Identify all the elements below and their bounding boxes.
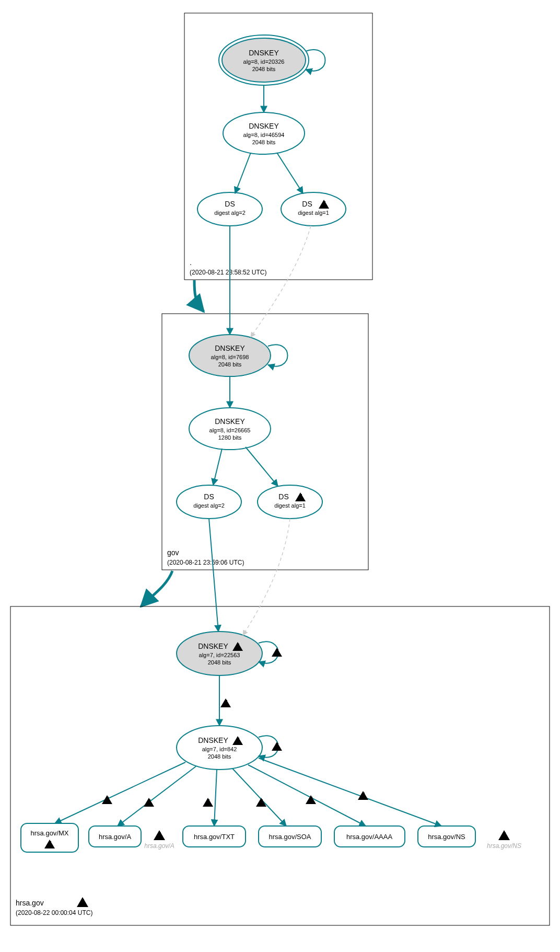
error-icon	[154, 830, 165, 840]
svg-text:alg=7, id=842: alg=7, id=842	[202, 746, 237, 752]
edge-zsk-soa	[232, 769, 286, 826]
edge-zsk-txt	[214, 770, 217, 826]
zone-gov-name: gov	[167, 548, 179, 557]
node-root-ds-1[interactable]: DS digest alg=1	[281, 192, 346, 226]
svg-text:DS: DS	[302, 200, 312, 208]
svg-text:hrsa.gov/TXT: hrsa.gov/TXT	[194, 833, 235, 841]
edge-gov-zsk-ds1	[246, 447, 278, 486]
warn-icon	[272, 742, 282, 751]
warn-icon	[220, 698, 231, 708]
svg-text:DNSKEY: DNSKEY	[198, 642, 228, 650]
svg-text:hrsa.gov/NS: hrsa.gov/NS	[428, 833, 465, 841]
svg-text:DS: DS	[278, 492, 288, 501]
svg-text:hrsa.gov/AAAA: hrsa.gov/AAAA	[346, 833, 392, 841]
svg-text:hrsa.gov/MX: hrsa.gov/MX	[31, 829, 69, 837]
rrset-txt[interactable]: hrsa.gov/TXT	[183, 826, 246, 847]
node-hrsa-zsk[interactable]: DNSKEY alg=7, id=842 2048 bits	[177, 726, 262, 770]
svg-text:1280 bits: 1280 bits	[218, 434, 242, 441]
svg-text:alg=8, id=20326: alg=8, id=20326	[243, 59, 285, 65]
svg-text:alg=8, id=26665: alg=8, id=26665	[209, 427, 251, 433]
node-root-ksk[interactable]: DNSKEY alg=8, id=20326 2048 bits	[219, 35, 309, 85]
rrset-aaaa[interactable]: hrsa.gov/AAAA	[334, 826, 405, 847]
edge-rootds1-govksk	[251, 226, 311, 337]
svg-text:alg=7, id=22563: alg=7, id=22563	[199, 652, 240, 658]
warn-icon	[102, 795, 112, 805]
svg-point-15	[281, 192, 346, 226]
svg-point-27	[177, 485, 241, 519]
rrset-mx[interactable]: hrsa.gov/MX	[21, 823, 78, 852]
node-root-ds-2[interactable]: DS digest alg=2	[197, 192, 262, 226]
svg-text:hrsa.gov/A: hrsa.gov/A	[99, 833, 131, 841]
edge-zsk-ns	[259, 758, 441, 826]
svg-text:2048 bits: 2048 bits	[208, 753, 231, 760]
nx-a[interactable]: hrsa.gov/A	[144, 830, 174, 850]
node-root-zsk[interactable]: DNSKEY alg=8, id=46594 2048 bits	[223, 112, 305, 154]
svg-text:2048 bits: 2048 bits	[252, 139, 276, 145]
node-gov-ksk[interactable]: DNSKEY alg=8, id=7698 2048 bits	[189, 335, 271, 376]
svg-text:DNSKEY: DNSKEY	[198, 736, 228, 744]
error-icon	[77, 897, 88, 907]
svg-point-12	[197, 192, 262, 226]
zone-root-name: .	[190, 258, 192, 267]
error-icon	[498, 830, 510, 840]
node-gov-ds-2[interactable]: DS digest alg=2	[177, 485, 241, 519]
warn-icon	[203, 798, 213, 807]
rrset-soa[interactable]: hrsa.gov/SOA	[259, 826, 321, 847]
svg-text:2048 bits: 2048 bits	[252, 66, 276, 72]
svg-text:hrsa.gov/NS: hrsa.gov/NS	[487, 842, 521, 850]
node-gov-zsk[interactable]: DNSKEY alg=8, id=26665 1280 bits	[189, 408, 271, 450]
edge-root-zsk-ds1	[277, 153, 303, 193]
edge-gov-zsk-ds2	[213, 449, 222, 485]
svg-text:DNSKEY: DNSKEY	[249, 122, 279, 130]
svg-text:digest alg=1: digest alg=1	[298, 210, 329, 216]
node-gov-ds-1[interactable]: DS digest alg=1	[258, 485, 322, 519]
svg-text:2048 bits: 2048 bits	[208, 659, 231, 666]
svg-text:2048 bits: 2048 bits	[218, 361, 242, 368]
svg-text:digest alg=1: digest alg=1	[274, 502, 306, 509]
svg-text:DS: DS	[204, 492, 214, 501]
node-hrsa-ksk[interactable]: DNSKEY alg=7, id=22563 2048 bits	[177, 632, 262, 675]
edge-deleg-root-gov	[194, 280, 204, 312]
svg-point-30	[258, 485, 322, 519]
zone-hrsa-ts: (2020-08-22 00:00:04 UTC)	[16, 909, 92, 916]
edge-zsk-aaaa	[248, 765, 366, 826]
svg-text:DNSKEY: DNSKEY	[215, 344, 245, 352]
zone-root-ts: (2020-08-21 23:58:52 UTC)	[190, 269, 266, 276]
svg-text:digest alg=2: digest alg=2	[193, 502, 225, 509]
zone-hrsa-name: hrsa.gov	[16, 899, 44, 907]
zone-gov-ts: (2020-08-21 23:59:06 UTC)	[167, 559, 244, 566]
warn-icon	[272, 648, 282, 657]
edge-govds1-hrsaksk	[243, 519, 290, 635]
nx-ns[interactable]: hrsa.gov/NS	[487, 830, 521, 850]
rrset-ns[interactable]: hrsa.gov/NS	[418, 826, 475, 847]
svg-text:DS: DS	[225, 200, 235, 208]
svg-text:hrsa.gov/SOA: hrsa.gov/SOA	[269, 833, 311, 841]
svg-text:alg=8, id=7698: alg=8, id=7698	[211, 354, 249, 360]
svg-text:DNSKEY: DNSKEY	[249, 49, 279, 57]
svg-text:DNSKEY: DNSKEY	[215, 417, 245, 426]
edge-root-zsk-ds2	[235, 153, 251, 193]
svg-text:digest alg=2: digest alg=2	[214, 210, 246, 216]
svg-text:hrsa.gov/A: hrsa.gov/A	[144, 842, 174, 850]
svg-text:alg=8, id=46594: alg=8, id=46594	[243, 132, 285, 138]
edge-govds2-hrsaksk	[209, 519, 218, 632]
rrset-a[interactable]: hrsa.gov/A	[89, 826, 141, 847]
edge-deleg-gov-hrsa	[141, 571, 172, 606]
edge-zsk-mx	[55, 762, 185, 823]
